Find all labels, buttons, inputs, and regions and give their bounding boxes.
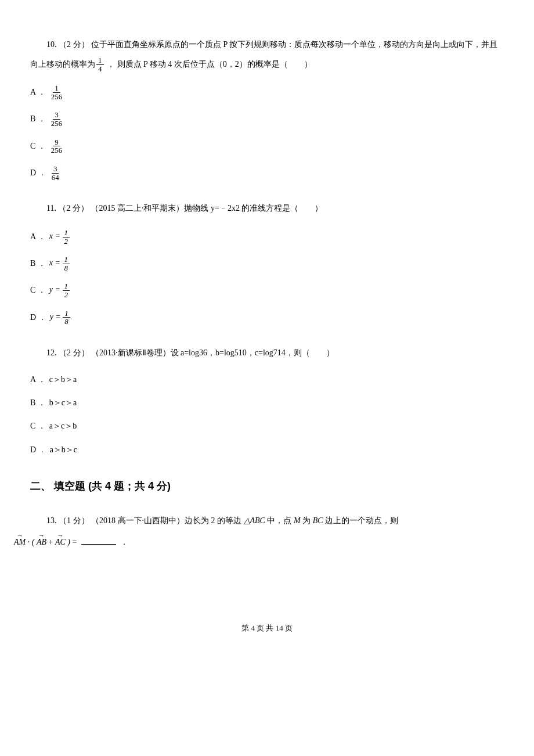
question-11-text: 11. （2 分） （2015 高二上·和平期末）抛物线 y=﹣2x2 的准线方…: [30, 199, 504, 218]
option-label: C ．: [30, 420, 46, 433]
question-12-option-a: A ． c＞b＞a: [30, 373, 504, 386]
page-footer: 第 4 页 共 14 页: [30, 622, 504, 634]
fraction-icon: 18: [63, 309, 70, 326]
question-10-text: 10. （2 分） 位于平面直角坐标系原点的一个质点 P 按下列规则移动：质点每…: [30, 35, 504, 74]
question-12: 12. （2 分） （2013·新课标Ⅱ卷理）设 a=log36，b=log51…: [30, 343, 504, 456]
question-12-option-c: C ． a＞c＞b: [30, 420, 504, 433]
option-label: B ．: [30, 113, 46, 125]
option-content: 1256: [49, 84, 64, 100]
question-12-option-b: B ． b＞c＞a: [30, 397, 504, 409]
option-content: 364: [50, 165, 61, 181]
option-content: c＞b＞a: [49, 373, 77, 386]
vector-ab-icon: AB: [37, 532, 46, 553]
option-label: D ．: [30, 444, 46, 456]
equals: =: [72, 538, 78, 546]
fraction-icon: 18: [63, 255, 70, 272]
question-11-option-a: A ． x = 12: [30, 229, 504, 245]
question-10-option-a: A ． 1256: [30, 84, 504, 100]
question-11-option-c: C ． y = 12: [30, 282, 504, 298]
option-label: C ．: [30, 284, 46, 297]
option-label: A ．: [30, 231, 46, 243]
option-content: a＞b＞c: [50, 444, 77, 456]
question-10-option-d: D ． 364: [30, 165, 504, 181]
option-content: y = 12: [49, 282, 70, 298]
option-content: x = 18: [49, 255, 70, 272]
option-label: D ．: [30, 167, 46, 179]
question-11: 11. （2 分） （2015 高二上·和平期末）抛物线 y=﹣2x2 的准线方…: [30, 199, 504, 326]
fill-blank: [81, 536, 116, 545]
side-bc: BC: [313, 516, 323, 525]
q13-prefix: 13. （1 分） （2018 高一下·山西期中）边长为 2 的等边: [46, 516, 244, 525]
plus-operator: +: [49, 538, 55, 546]
dot-operator: ·: [28, 538, 32, 546]
point-m: M: [294, 516, 301, 525]
q13-mid1: 中，点: [267, 516, 294, 525]
option-label: A ．: [30, 373, 46, 386]
question-10-option-c: C ． 9256: [30, 138, 504, 154]
option-content: 9256: [49, 138, 64, 154]
option-content: b＞c＞a: [49, 397, 77, 409]
question-10-inline-frac: 14: [96, 56, 104, 73]
question-11-option-d: D ． y = 18: [30, 309, 504, 326]
vector-am-icon: AM: [14, 532, 26, 553]
triangle-abc: △ABC: [244, 516, 265, 525]
option-label: B ．: [30, 257, 46, 270]
question-10-suffix: ， 则质点 P 移动 4 次后位于点（0，2）的概率是（ ）: [105, 60, 312, 69]
question-10-option-b: B ． 3256: [30, 111, 504, 127]
period: ．: [120, 538, 128, 546]
rparen: ): [67, 538, 70, 546]
option-content: x = 12: [49, 229, 70, 245]
q13-mid2: 为: [302, 516, 313, 525]
lparen: (: [32, 538, 35, 546]
option-label: D ．: [30, 311, 46, 324]
option-content: y = 18: [50, 309, 70, 326]
fraction-icon: 9256: [49, 138, 64, 154]
question-10: 10. （2 分） 位于平面直角坐标系原点的一个质点 P 按下列规则移动：质点每…: [30, 35, 504, 181]
fraction-icon: 364: [50, 165, 61, 181]
option-label: A ．: [30, 86, 46, 99]
question-12-option-d: D ． a＞b＞c: [30, 444, 504, 456]
question-13: 13. （1 分） （2018 高一下·山西期中）边长为 2 的等边 △ABC …: [30, 510, 504, 553]
fraction-icon: 12: [63, 282, 70, 298]
option-label: C ．: [30, 140, 46, 153]
section-2-header: 二、 填空题 (共 4 题；共 4 分): [30, 478, 504, 494]
question-13-text: 13. （1 分） （2018 高一下·山西期中）边长为 2 的等边 △ABC …: [30, 510, 504, 553]
option-content: a＞c＞b: [49, 420, 77, 433]
q13-mid3: 边上的一个动点，则: [325, 516, 398, 525]
fraction-icon: 3256: [49, 111, 64, 127]
question-11-option-b: B ． x = 18: [30, 255, 504, 272]
question-12-text: 12. （2 分） （2013·新课标Ⅱ卷理）设 a=log36，b=log51…: [30, 343, 504, 363]
option-content: 3256: [49, 111, 64, 127]
fraction-icon: 12: [63, 229, 70, 245]
fraction-icon: 1256: [49, 84, 64, 100]
option-label: B ．: [30, 397, 46, 409]
vector-ac-icon: AC: [55, 532, 66, 553]
